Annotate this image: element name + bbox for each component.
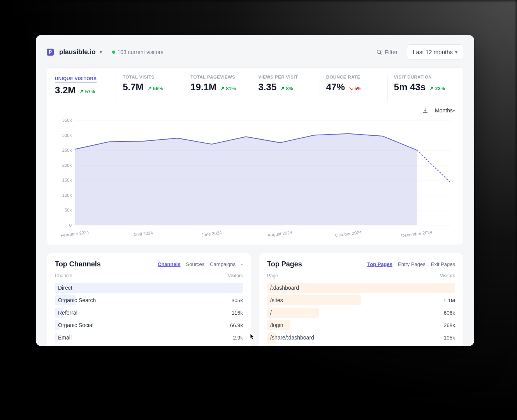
channels-col2: Visitors xyxy=(228,273,243,278)
date-range-label: Last 12 months xyxy=(413,49,453,55)
svg-text:February 2024: February 2024 xyxy=(60,230,89,238)
pages-col1: Page xyxy=(267,273,278,278)
stat-value: 19.1M xyxy=(190,82,216,93)
stat-delta: ↗ 81% xyxy=(220,86,236,91)
filter-button[interactable]: Filter xyxy=(376,49,397,55)
list-item[interactable]: Referral 115k xyxy=(55,306,243,319)
stat-total-visits[interactable]: TOTAL VISITS 5.7M ↗ 66% xyxy=(116,75,184,102)
row-label: /:dashboard xyxy=(267,285,299,291)
stat-label: VISIT DURATION xyxy=(394,75,449,79)
list-item[interactable]: /share/:dashboard 105k xyxy=(267,331,455,344)
stat-delta: ↗ 23% xyxy=(429,86,445,91)
site-selector[interactable]: plausible.io xyxy=(59,48,96,56)
stat-label: VIEWS PER VISIT xyxy=(258,75,313,79)
tab-top-pages[interactable]: Top Pages xyxy=(367,261,392,267)
row-value: 268k xyxy=(444,322,455,328)
channels-tabs: ChannelsSourcesCampaigns▾ xyxy=(158,261,243,267)
channels-title: Top Channels xyxy=(55,260,101,268)
row-value: 105k xyxy=(444,335,455,341)
main-chart-card: UNIQUE VISITORS 3.2M ↗ 57% TOTAL VISITS … xyxy=(47,67,463,245)
tab-entry-pages[interactable]: Entry Pages xyxy=(398,261,426,267)
row-label: / xyxy=(267,310,272,316)
row-value: 305k xyxy=(232,298,243,303)
row-label: Email xyxy=(55,334,72,341)
svg-text:150k: 150k xyxy=(62,178,72,182)
svg-point-0 xyxy=(377,50,381,53)
tab-channels[interactable]: Channels xyxy=(158,261,181,267)
stat-value: 5.7M xyxy=(123,82,143,93)
dashboard-panel: P plausible.io ▾ 103 current visitors Fi… xyxy=(36,35,474,346)
stat-label: TOTAL PAGEVIEWS xyxy=(190,75,245,79)
stat-value: 47% xyxy=(326,82,345,93)
stat-total-pageviews[interactable]: TOTAL PAGEVIEWS 19.1M ↗ 81% xyxy=(184,75,252,102)
granularity-select[interactable]: Months ▾ xyxy=(435,107,455,114)
list-item[interactable]: /:dashboard/settings/general 99.6k xyxy=(267,344,455,346)
stats-row: UNIQUE VISITORS 3.2M ↗ 57% TOTAL VISITS … xyxy=(55,75,455,102)
list-item[interactable]: Email 2.9k xyxy=(55,331,243,344)
date-range-select[interactable]: Last 12 months ▾ xyxy=(407,44,463,60)
stat-bounce-rate[interactable]: BOUNCE RATE 47% ↘ 5% xyxy=(320,75,388,102)
row-label: Organic Search xyxy=(55,297,96,303)
chevron-down-icon: ▾ xyxy=(453,108,455,113)
svg-text:October 2024: October 2024 xyxy=(335,230,362,238)
stat-label: UNIQUE VISITORS xyxy=(55,76,97,82)
svg-text:December 2024: December 2024 xyxy=(401,229,433,238)
stat-delta: ↗ 8% xyxy=(280,86,293,91)
stat-label: TOTAL VISITS xyxy=(123,75,178,79)
chevron-down-icon[interactable]: ▾ xyxy=(241,262,243,266)
search-icon xyxy=(376,49,382,55)
row-value: 606k xyxy=(444,310,455,316)
list-item[interactable]: /login 268k xyxy=(267,319,455,331)
list-item[interactable]: Direct 2.7M xyxy=(55,282,243,294)
filter-label: Filter xyxy=(385,49,397,55)
bottom-lists: Top Channels ChannelsSourcesCampaigns▾ C… xyxy=(47,253,463,346)
channels-rows: Direct 2.7M Organic Search 305k Referral… xyxy=(55,282,243,346)
row-label: Referral xyxy=(55,310,77,316)
granularity-label: Months xyxy=(435,107,453,114)
list-item[interactable]: /:dashboard 2.2M xyxy=(267,282,455,294)
top-pages-card: Top Pages Top PagesEntry PagesExit Pages… xyxy=(259,253,463,346)
svg-text:300k: 300k xyxy=(62,133,72,138)
tab-campaigns[interactable]: Campaigns xyxy=(210,261,236,267)
stat-delta: ↗ 57% xyxy=(79,89,95,94)
top-channels-card: Top Channels ChannelsSourcesCampaigns▾ C… xyxy=(47,253,251,346)
svg-text:0: 0 xyxy=(69,223,72,228)
row-label: /login xyxy=(267,322,283,328)
pages-col2: Visitors xyxy=(440,273,455,278)
visitors-chart[interactable]: 350k300k250k200k150k100k50k0February 202… xyxy=(55,116,455,241)
stat-label: BOUNCE RATE xyxy=(326,75,381,79)
list-item[interactable]: Organic Social 66.9k xyxy=(55,319,243,331)
stat-unique-visitors[interactable]: UNIQUE VISITORS 3.2M ↗ 57% xyxy=(55,75,116,102)
stat-value: 3.2M xyxy=(55,85,76,96)
svg-text:100k: 100k xyxy=(62,193,72,198)
row-label: /share/:dashboard xyxy=(267,334,314,341)
row-value: 1.1M xyxy=(443,298,455,303)
chevron-down-icon: ▾ xyxy=(455,49,457,55)
list-item[interactable]: /sites 1.1M xyxy=(267,294,455,306)
list-item[interactable]: Organic Video 1.5k xyxy=(55,344,243,346)
plausible-logo: P xyxy=(47,49,54,56)
row-label: Organic Social xyxy=(55,322,93,328)
row-label: Direct xyxy=(55,285,72,291)
stat-visit-duration[interactable]: VISIT DURATION 5m 43s ↗ 23% xyxy=(388,75,455,102)
svg-text:June 2024: June 2024 xyxy=(201,230,222,237)
svg-text:August 2024: August 2024 xyxy=(267,230,292,237)
live-visitors[interactable]: 103 current visitors xyxy=(112,49,164,55)
channels-col1: Channel xyxy=(55,273,72,278)
tab-sources[interactable]: Sources xyxy=(186,261,205,267)
row-value: 66.9k xyxy=(230,322,243,328)
pages-rows: /:dashboard 2.2M /sites 1.1M / 606k /log… xyxy=(267,282,455,346)
svg-text:250k: 250k xyxy=(62,148,72,152)
list-item[interactable]: / 606k xyxy=(267,306,455,319)
live-dot-icon xyxy=(112,51,115,54)
tab-exit-pages[interactable]: Exit Pages xyxy=(431,261,455,267)
stat-delta: ↘ 5% xyxy=(349,86,362,91)
stat-value: 3.35 xyxy=(258,82,277,93)
svg-line-1 xyxy=(380,53,382,54)
download-icon[interactable] xyxy=(422,107,429,114)
svg-text:April 2024: April 2024 xyxy=(133,230,153,237)
chevron-down-icon[interactable]: ▾ xyxy=(100,49,102,55)
row-label: /sites xyxy=(267,297,283,303)
list-item[interactable]: Organic Search 305k xyxy=(55,294,243,306)
stat-views-per-visit[interactable]: VIEWS PER VISIT 3.35 ↗ 8% xyxy=(252,75,320,102)
